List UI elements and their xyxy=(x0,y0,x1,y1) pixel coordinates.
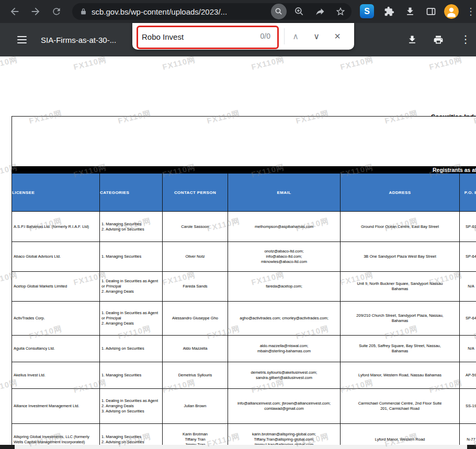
licensee-cell: A.S.P.I Bahamas Ltd. (formerly R.I.A.F. … xyxy=(12,212,100,241)
address-cell: Ground Floor Ocean Centre, East Bay Stre… xyxy=(341,212,460,241)
email-cell: methompson@aspibahamas.com xyxy=(228,212,341,241)
zoom-magnifier-icon xyxy=(294,6,304,17)
column-header-address: ADDRESS xyxy=(341,174,460,211)
licensee-cell: Alliance Investment Management Ltd. xyxy=(12,389,100,423)
find-in-page-bar: 0/0 ∧ ∨ × xyxy=(132,23,354,50)
back-arrow-icon xyxy=(9,6,20,17)
bookmark-button[interactable] xyxy=(335,6,346,17)
find-match-count: 0/0 xyxy=(244,23,270,50)
pdf-page: Securities Indust SECURITIES C OF THE BA xyxy=(0,56,476,449)
downloads-button[interactable] xyxy=(404,6,416,17)
printer-icon xyxy=(433,34,444,45)
table-row: A.S.P.I Bahamas Ltd. (formerly R.I.A.F. … xyxy=(12,212,476,242)
find-next-button[interactable]: ∨ xyxy=(308,28,325,44)
table-row: Akelius Invest Ltd. 1. Managing Securiti… xyxy=(12,362,476,389)
table-header-area xyxy=(12,116,476,166)
email-cell: info@allianceinvest.com; jbrown@alliance… xyxy=(228,389,341,423)
table-column-headers: LICENSEE CATEGORIES CONTACT PERSON EMAIL… xyxy=(12,174,476,212)
horizontal-scrollbar[interactable] xyxy=(0,445,476,449)
pdf-menu-button[interactable] xyxy=(17,36,27,43)
download-icon xyxy=(405,6,415,17)
registrants-title-bar: Registrants as at xyxy=(12,166,476,174)
url-text: scb.gov.bs/wp-content/uploads/2023/... xyxy=(92,7,227,16)
licensee-cell: Abaco Global Advisors Ltd. xyxy=(12,242,100,271)
address-cell: Carmichael Commercial Centre, 2nd Floor … xyxy=(341,389,460,423)
find-in-page-active-button[interactable] xyxy=(271,4,287,19)
find-query-input[interactable] xyxy=(141,29,242,44)
po-cell: SP-64 xyxy=(460,302,476,335)
email-cell: onotz@abaco-ltd.com; info@abaco-ltd.com;… xyxy=(228,242,341,271)
find-previous-button[interactable]: ∧ xyxy=(287,28,304,44)
categories-cell: 1. Dealing in Securities as Agent or Pri… xyxy=(100,272,163,301)
contact-cell: Oliver Notz xyxy=(163,242,228,271)
contact-cell: Aldo Mazzella xyxy=(163,336,228,362)
categories-cell: 1. Dealing in Securities as Agent 2. Arr… xyxy=(100,389,163,423)
share-arrow-icon xyxy=(315,6,325,17)
categories-cell: 1. Advising on Securities xyxy=(100,336,163,362)
side-panel-button[interactable] xyxy=(425,6,437,17)
email-cell: agho@activtrades.com; cmorley@activtrade… xyxy=(228,302,341,335)
address-cell: Suite 205, Saffrey Square, Bay Street, N… xyxy=(341,336,460,362)
licensee-cell: Aguila Consultancy Ltd. xyxy=(12,336,100,362)
scrollbar-thumb[interactable] xyxy=(15,445,467,449)
email-cell: aldo.mazzella@niswal.com; mbain@sterling… xyxy=(228,336,341,362)
po-cell: SS-19 xyxy=(460,389,476,423)
pdf-more-button[interactable]: ⋮ xyxy=(460,33,469,45)
browser-toolbar: scb.gov.bs/wp-content/uploads/2023/... S xyxy=(0,0,476,23)
contact-cell: Fareda Sands xyxy=(163,272,228,301)
site-info-button[interactable] xyxy=(80,8,87,16)
categories-cell: 1. Managing Securities 2. Advising on Se… xyxy=(100,212,163,241)
categories-cell: 1. Dealing in Securities as Agent or Pri… xyxy=(100,302,163,335)
po-cell: SP-61 xyxy=(460,212,476,241)
profile-avatar-button[interactable] xyxy=(444,4,459,19)
reload-button[interactable] xyxy=(50,5,63,18)
categories-cell: 1. Managing Securities xyxy=(100,242,163,271)
extensions-button[interactable] xyxy=(383,6,395,17)
avatar-person-icon xyxy=(444,4,459,19)
star-icon xyxy=(335,6,346,17)
extension-s-button[interactable]: S xyxy=(360,4,374,18)
licensee-cell: ActivTrades Corp. xyxy=(12,302,100,335)
column-header-licensee: LICENSEE xyxy=(12,174,100,211)
browser-window: scb.gov.bs/wp-content/uploads/2023/... S xyxy=(0,0,476,449)
pdf-print-button[interactable] xyxy=(433,34,444,45)
po-cell: N/A xyxy=(460,336,476,362)
browser-menu-button[interactable]: ⋮ xyxy=(466,5,474,18)
po-cell: SP-64 xyxy=(460,242,476,271)
column-header-po-box: P.O. B xyxy=(460,174,476,211)
address-cell: Unit 9, North Buckner Square, Sandyport … xyxy=(341,272,460,301)
table-row: Alliance Investment Management Ltd. 1. D… xyxy=(12,389,476,424)
po-cell: N/A xyxy=(460,272,476,301)
column-header-email: EMAIL xyxy=(228,174,341,211)
find-close-button[interactable]: × xyxy=(329,28,346,44)
pdf-download-button[interactable] xyxy=(406,34,418,45)
categories-cell: 1. Managing Securities xyxy=(100,362,163,388)
hamburger-icon xyxy=(17,36,27,37)
email-cell: demetris.syllouris@akeliusinvest.com; sa… xyxy=(228,362,341,388)
back-button[interactable] xyxy=(8,5,21,18)
licensee-cell: Akelius Invest Ltd. xyxy=(12,362,100,388)
magnifier-icon xyxy=(274,7,284,16)
reload-icon xyxy=(51,6,62,17)
contact-cell: Julian Brown xyxy=(163,389,228,423)
contact-cell: Alessandro Giuseppe Gho xyxy=(163,302,228,335)
forward-button[interactable] xyxy=(29,5,42,18)
pdf-document-title: SIA-Firms-as-at-30-... xyxy=(41,23,116,56)
address-cell: 209/210 Church Street, Sandyport Plaza, … xyxy=(341,302,460,335)
registrants-title-text: Registrants as at xyxy=(433,167,476,173)
puzzle-icon xyxy=(384,6,394,17)
address-cell: Lyford Manor, Western Road, Nassau Baham… xyxy=(341,362,460,388)
po-cell: AP-59 xyxy=(460,362,476,388)
contact-cell: Demetrius Syllouris xyxy=(163,362,228,388)
zoom-button[interactable] xyxy=(294,6,304,17)
registrants-table: Registrants as at LICENSEE CATEGORIES CO… xyxy=(12,116,476,449)
lock-icon xyxy=(80,8,87,16)
table-row: ActivTrades Corp. 1. Dealing in Securiti… xyxy=(12,302,476,336)
table-row: Aguila Consultancy Ltd. 1. Advising on S… xyxy=(12,336,476,362)
divider xyxy=(284,28,285,44)
table-row: Abaco Global Advisors Ltd. 1. Managing S… xyxy=(12,242,476,272)
column-header-contact: CONTACT PERSON xyxy=(163,174,228,211)
address-bar[interactable]: scb.gov.bs/wp-content/uploads/2023/... xyxy=(72,3,352,20)
forward-arrow-icon xyxy=(30,6,41,17)
share-button[interactable] xyxy=(315,6,325,17)
